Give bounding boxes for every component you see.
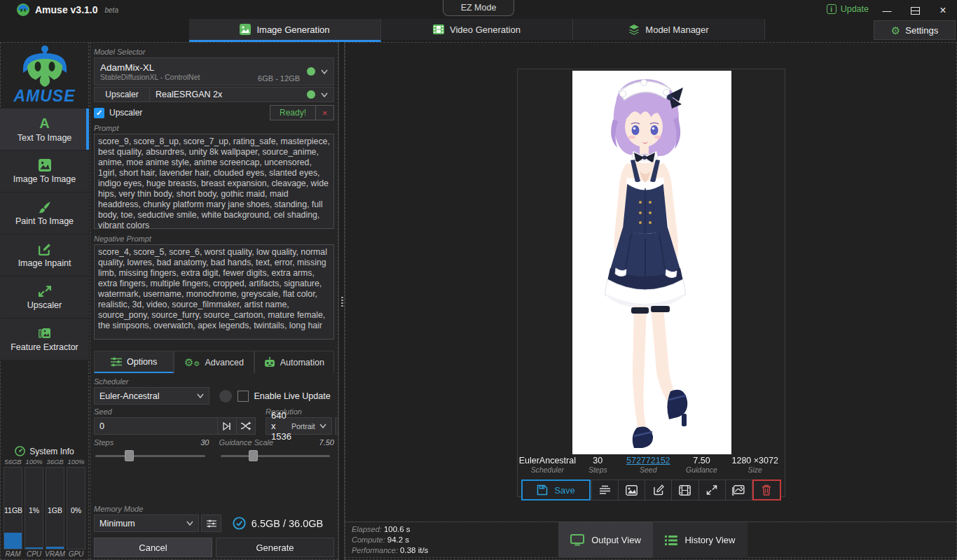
memory-mode-row: Minimum 6.5GB / 36.0GB [94,514,334,532]
output-view-button[interactable]: Output View [558,522,653,558]
stat-label: Performance: [352,546,398,554]
info-icon: i [827,4,836,14]
unload-model-button[interactable]: × [316,105,334,120]
model-subtitle: StableDiffusionXL - ControlNet [100,73,258,81]
meter-fill [4,533,22,549]
tab-advanced[interactable]: ⚙⚙ Advanced [174,351,254,373]
tab-image-generation[interactable]: Image Generation [189,19,381,42]
edit-icon [39,243,51,255]
panel-splitter[interactable] [338,42,345,560]
save-button[interactable]: Save [521,479,591,500]
close-button[interactable]: × [929,0,957,21]
performance-stat: Performance: 0.38 it/s [352,546,428,556]
to-video-button[interactable] [672,479,698,500]
meter-value: 11GB [4,506,22,514]
ready-status[interactable]: Ready! [270,105,316,120]
delete-button[interactable] [752,479,781,500]
update-button[interactable]: i Update [827,4,869,14]
meter-bar: 1GB [46,467,64,550]
sidebar-item-feature-extractor[interactable]: Feature Extractor [0,318,89,360]
generation-controls-panel: Model Selector AdamMix-XL StableDiffusio… [90,42,338,560]
seed-link[interactable]: 572772152 [619,456,678,465]
tab-options[interactable]: Options [94,351,174,373]
memory-mode-dropdown[interactable]: Minimum [94,514,199,532]
window-controls: — × [873,0,957,21]
guidance-label: Guidance Scale [219,438,274,448]
model-dropdown[interactable]: AdamMix-XL StableDiffusionXL - ControlNe… [94,57,334,85]
memory-settings-button[interactable] [201,514,221,532]
tab-label: Image Generation [256,24,329,35]
meter-vram: 36GB 1GB VRAM [46,458,64,559]
seed-input[interactable] [94,417,218,435]
prompt-input[interactable]: score_9, score_8_up, score_7_up, rating_… [94,134,334,229]
meta-value: 1280 ×3072 [725,456,785,465]
seed-randomize-button[interactable] [237,417,256,435]
generated-image[interactable] [572,71,731,454]
slider-handle[interactable] [125,450,134,461]
meta-size: 1280 ×3072 Size [725,456,785,474]
sidebar-item-image-inpaint[interactable]: Image Inpaint [0,234,89,276]
slider-track [95,455,205,457]
meta-label: Guidance [678,465,726,474]
text-lines-icon [599,485,611,495]
tab-video-generation[interactable]: Video Generation [381,19,573,40]
scheduler-dropdown[interactable]: Euler-Ancestral [94,387,209,405]
edit-icon [653,484,664,496]
upscale-button[interactable] [699,479,726,500]
meter-max: 100% [67,458,84,467]
live-update-checkbox[interactable] [237,391,249,402]
meta-label: Steps [577,465,619,474]
steps-slider[interactable] [94,450,209,461]
view-prompt-button[interactable] [591,479,619,500]
sidebar-nav: A Text To Image Image To Image Paint To … [0,108,89,360]
live-update-row: Enable Live Update [219,390,331,402]
sidebar-item-text-to-image[interactable]: A Text To Image [0,108,89,150]
sidebar-item-paint-to-image[interactable]: Paint To Image [0,192,89,234]
system-info: System Info 56GB 11GB RAM 100% 1% [0,446,89,559]
scheduler-value: Euler-Ancestral [99,391,159,401]
tab-model-manager[interactable]: Model Manager [573,19,765,40]
settings-button[interactable]: ⚙ Settings [874,20,956,40]
meter-ram: 56GB 11GB RAM [4,458,22,559]
inpaint-button[interactable] [645,479,672,500]
ez-mode-button[interactable]: EZ Mode [443,0,514,16]
resolution-dropdown[interactable]: 640 x 1536 Portrait [266,417,332,435]
cancel-button[interactable]: Cancel [94,538,212,557]
image-to-image-button[interactable] [619,479,645,500]
meter-value: 0% [67,506,85,514]
amuse-app-window: Amuse v3.1.0 beta EZ Mode i Update — × I… [0,0,957,560]
feature-extract-button[interactable] [726,479,752,500]
skip-end-icon [223,422,231,430]
upscaler-button[interactable]: Upscaler [94,87,150,102]
seed-step-button[interactable] [218,417,237,435]
maximize-button[interactable] [901,0,929,21]
meter-value: 1% [25,506,43,514]
model-name: AdamMix-XL [100,62,258,73]
slider-handle[interactable] [249,450,258,461]
film-icon [433,24,444,35]
chevron-down-icon [186,521,193,526]
meta-label: Size [725,465,785,474]
generate-button[interactable]: Generate [216,538,334,557]
gear-icon: ⚙ [891,25,900,36]
guidance-value: 7.50 [319,438,334,449]
meter-bar: 1% [25,467,43,550]
upscaler-checkbox[interactable]: ✓ [94,108,104,118]
tab-label: Model Manager [645,24,708,35]
negative-prompt-input[interactable]: score_4, score_5, score_6, worst quality… [94,244,334,340]
tab-automation[interactable]: Automation [254,351,334,373]
minimize-button[interactable]: — [873,0,901,21]
letter-a-icon: A [39,116,49,130]
advanced-tab-label: Advanced [205,358,244,368]
system-info-title: System Info [29,447,74,456]
guidance-slider[interactable] [219,450,335,461]
meter-fill [46,547,64,549]
upscaler-model-name: RealESRGAN 2x [156,90,307,99]
app-logo-icon [17,4,29,16]
image-actions: Save [521,479,781,500]
history-view-button[interactable]: History View [653,522,748,558]
sidebar-item-image-to-image[interactable]: Image To Image [0,150,89,192]
meta-label: Scheduler [518,465,577,474]
sidebar-item-upscaler[interactable]: Upscaler [0,276,89,318]
upscaler-model-dropdown[interactable]: RealESRGAN 2x [150,87,334,102]
